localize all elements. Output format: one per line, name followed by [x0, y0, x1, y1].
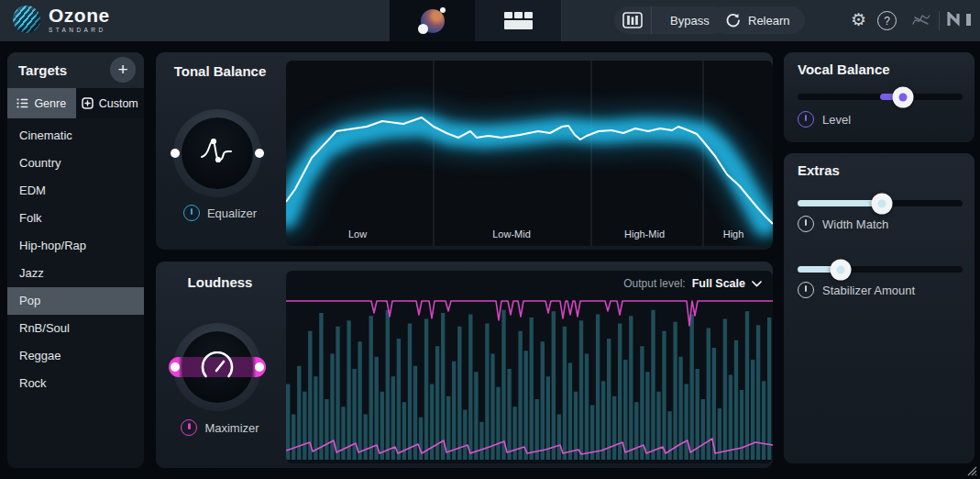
- tab-detect-view[interactable]: [390, 0, 475, 41]
- output-level-value: Full Scale: [692, 277, 745, 290]
- targets-header: Targets +: [7, 52, 144, 88]
- eq-curve-icon: [196, 135, 238, 172]
- stabilizer-amount-label: Stabilizer Amount: [822, 284, 915, 297]
- topbar-divider: [939, 11, 940, 30]
- sidebar-item-pop[interactable]: Pop: [7, 287, 144, 315]
- planet-icon: [421, 9, 445, 33]
- tonal-balance-panel: Tonal Balance Equalizer LowLow-MidHigh-M: [156, 52, 773, 250]
- tab-custom[interactable]: Custom: [76, 88, 145, 118]
- tab-module-chain-view[interactable]: [475, 0, 562, 41]
- stabilizer-amount-slider-handle[interactable]: [830, 259, 851, 280]
- vocal-balance-title: Vocal Balance: [798, 61, 890, 77]
- stabilizer-amount-power-icon[interactable]: [798, 282, 814, 298]
- relearn-button[interactable]: Relearn: [710, 6, 805, 34]
- topbar: Ozone STANDARD Bypass: [0, 0, 980, 41]
- native-instruments-logo: [947, 12, 974, 28]
- equalizer-knob[interactable]: [173, 109, 261, 197]
- tab-genre[interactable]: Genre: [7, 88, 76, 118]
- window-resize-handle[interactable]: [964, 463, 977, 476]
- ozone-window: Ozone STANDARD Bypass: [0, 0, 980, 479]
- width-match-power-icon[interactable]: [798, 216, 814, 232]
- faders-icon: [622, 12, 643, 28]
- sidebar-item-rock[interactable]: Rock: [7, 370, 144, 397]
- target-tabs: Genre Custom: [7, 88, 144, 118]
- app-subtitle: STANDARD: [49, 28, 110, 34]
- tonal-balance-display: LowLow-MidHigh-MidHigh: [286, 61, 773, 246]
- extras-title: Extras: [798, 162, 840, 178]
- band-label-high-mid: High-Mid: [624, 228, 665, 240]
- module-bypass-icon-button[interactable]: [614, 6, 652, 34]
- chevron-down-icon: [752, 281, 762, 287]
- maximizer-knob[interactable]: [173, 323, 261, 411]
- knob-max-dot: [255, 149, 264, 158]
- vocal-level-power-icon[interactable]: [798, 111, 814, 128]
- sidebar-item-rnb-soul[interactable]: RnB/Soul: [7, 315, 144, 342]
- genre-list: CinematicCountryEDMFolkHip-hop/RapJazzPo…: [7, 122, 144, 397]
- stabilizer-amount-slider[interactable]: [798, 259, 963, 280]
- maximizer-label: Maximizer: [204, 421, 259, 435]
- width-match-slider[interactable]: [798, 193, 963, 214]
- sidebar-item-jazz[interactable]: Jazz: [7, 260, 144, 287]
- maximizer-power-icon[interactable]: [181, 419, 197, 436]
- maximizer-module-row[interactable]: Maximizer: [156, 419, 284, 436]
- output-level-dropdown[interactable]: Output level: Full Scale: [623, 277, 762, 290]
- loudness-title: Loudness: [156, 274, 284, 290]
- knob-min-dot: [171, 149, 180, 158]
- sidebar-item-reggae[interactable]: Reggae: [7, 342, 144, 370]
- help-icon[interactable]: ?: [877, 11, 897, 30]
- equalizer-power-icon[interactable]: [183, 205, 200, 221]
- targets-sidebar: Targets + Genre Custom CinematicCountryE: [7, 52, 144, 468]
- vocal-level-row: Level: [798, 111, 851, 128]
- sidebar-item-edm[interactable]: EDM: [7, 177, 144, 205]
- vocal-level-slider[interactable]: [798, 86, 963, 107]
- band-label-high: High: [723, 228, 744, 240]
- refresh-icon: [725, 13, 741, 28]
- ozone-sphere-icon: [13, 6, 40, 33]
- izotope-logo-icon: [910, 12, 932, 28]
- loudness-panel: Loudness Maximizer Output level: Full Sc…: [156, 262, 773, 468]
- output-level-label: Output level:: [623, 277, 685, 290]
- sidebar-item-folk[interactable]: Folk: [7, 205, 144, 232]
- width-match-row: Width Match: [798, 216, 888, 232]
- sidebar-item-cinematic[interactable]: Cinematic: [7, 122, 144, 150]
- tonal-spectrum-chart: [286, 61, 773, 246]
- list-icon: [17, 98, 28, 108]
- relearn-label: Relearn: [748, 14, 790, 28]
- settings-gear-icon[interactable]: ⚙: [851, 11, 866, 28]
- tab-genre-label: Genre: [34, 97, 66, 110]
- targets-title: Targets: [18, 52, 67, 88]
- add-square-icon: [82, 97, 94, 109]
- app-title: Ozone: [49, 6, 110, 25]
- width-match-slider-handle[interactable]: [871, 193, 892, 214]
- equalizer-label: Equalizer: [207, 206, 257, 220]
- band-label-low-mid: Low-Mid: [492, 228, 531, 240]
- tab-custom-label: Custom: [99, 97, 138, 110]
- tonal-balance-title: Tonal Balance: [156, 63, 284, 79]
- knob-max-dot: [255, 362, 264, 372]
- vocal-level-label: Level: [822, 113, 851, 127]
- module-chain-icon: [504, 12, 533, 29]
- extras-panel: Extras Width Match Stabilizer Amount: [784, 153, 974, 463]
- knob-min-dot: [171, 362, 180, 372]
- stabilizer-amount-row: Stabilizer Amount: [798, 282, 915, 298]
- vocal-balance-panel: Vocal Balance Level: [784, 52, 974, 142]
- loudness-display: Output level: Full Scale: [286, 271, 773, 463]
- width-match-label: Width Match: [822, 217, 888, 231]
- gauge-icon: [197, 351, 237, 383]
- band-label-low: Low: [348, 228, 367, 240]
- app-logo: Ozone STANDARD: [13, 6, 110, 34]
- vocal-level-slider-handle[interactable]: [893, 86, 914, 107]
- equalizer-module-row[interactable]: Equalizer: [156, 205, 284, 221]
- sidebar-item-country[interactable]: Country: [7, 150, 144, 177]
- sidebar-item-hip-hop-rap[interactable]: Hip-hop/Rap: [7, 232, 144, 260]
- loudness-waveform-chart: [286, 271, 773, 463]
- add-target-button[interactable]: +: [110, 57, 136, 83]
